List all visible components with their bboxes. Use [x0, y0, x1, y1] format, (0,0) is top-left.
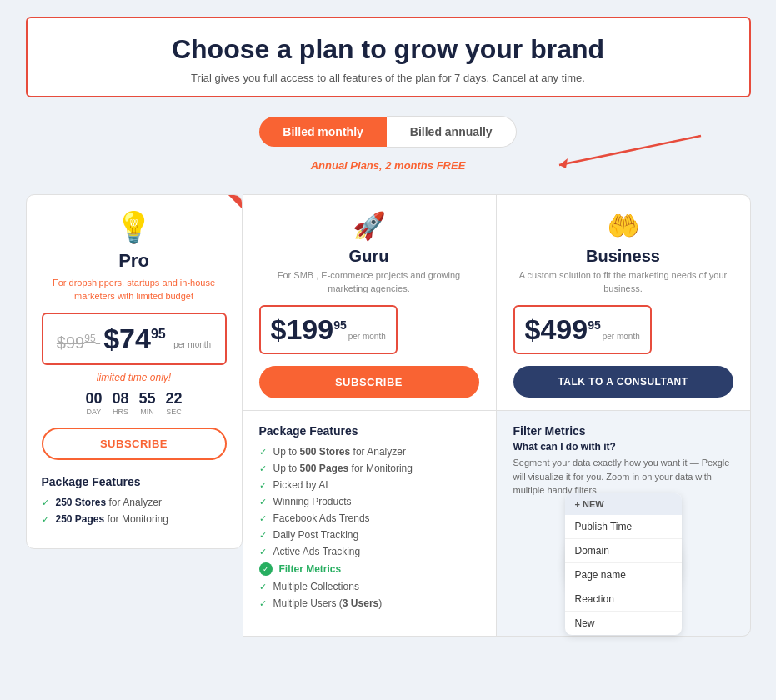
check-icon: ✓: [259, 513, 267, 524]
guru-feature-9: ✓ Multiple Users (3 Users): [259, 598, 479, 609]
save-badge: SAVE 25%: [183, 195, 242, 253]
check-icon: ✓: [259, 598, 267, 609]
business-plan-header: 🤲 Business A custom solution to fit the …: [497, 194, 751, 410]
business-per-month: per month: [603, 332, 640, 341]
countdown-hrs: 08 HRS: [112, 390, 128, 416]
pro-features-title: Package Features: [42, 475, 227, 488]
guru-price: $19995: [271, 313, 347, 346]
pro-plan-card: SAVE 25% 💡 Pro For dropshippers, startup…: [26, 194, 243, 549]
save-badge-text: SAVE 25%: [209, 195, 241, 197]
annual-promo-label: Annual Plans, 2 months FREE: [311, 159, 466, 172]
dropdown-mock: + NEW Publish Time Domain Page name Reac…: [565, 493, 682, 635]
guru-plan-name: Guru: [259, 247, 479, 266]
dropdown-item-5: New: [565, 612, 682, 635]
plans-container: SAVE 25% 💡 Pro For dropshippers, startup…: [26, 194, 751, 636]
check-icon: ✓: [259, 530, 267, 541]
check-icon: ✓: [259, 447, 267, 458]
guru-business-features-row: Package Features ✓ Up to 500 Stores for …: [243, 410, 751, 637]
filter-metrics-title: Filter Metrics: [513, 424, 733, 438]
page-title: Choose a plan to grow your brand: [53, 33, 724, 65]
billed-monthly-button[interactable]: Billed monthly: [259, 117, 386, 147]
dropdown-item-1: Publish Time: [565, 515, 682, 539]
guru-feature-1: ✓ Up to 500 Stores for Analyzer: [259, 446, 479, 458]
pro-subscribe-button[interactable]: SUBSCRIBE: [42, 428, 227, 460]
check-icon: ✓: [42, 498, 49, 508]
guru-feature-6: ✓ Daily Post Tracking: [259, 529, 479, 541]
countdown-day: 00 DAY: [85, 390, 102, 416]
filter-metrics-desc: Segment your data exactly how you want i…: [513, 456, 733, 498]
business-price: $49995: [525, 313, 601, 346]
dropdown-item-3: Page name: [565, 563, 682, 588]
business-plan-name: Business: [513, 247, 733, 266]
guru-features-title: Package Features: [259, 424, 479, 438]
check-icon: ✓: [259, 582, 267, 592]
svg-marker-1: [559, 158, 568, 168]
guru-feature-3: ✓ Picked by AI: [259, 479, 479, 491]
countdown-timer: 00 DAY 08 HRS 55 MIN 22 SEC: [42, 390, 227, 416]
guru-feature-5: ✓ Facebook Ads Trends: [259, 512, 479, 524]
guru-plan-desc: For SMB , E-commerce projects and growin…: [259, 269, 479, 295]
check-icon: ✓: [259, 463, 267, 474]
business-filter-metrics-section: Filter Metrics What can I do with it? Se…: [497, 410, 751, 637]
guru-business-header-row: 🚀 Guru For SMB , E-commerce projects and…: [243, 194, 751, 410]
pro-price-box: $9995 $7495 per month: [42, 312, 227, 365]
guru-price-box: $19995 per month: [259, 305, 398, 354]
countdown-min: 55 MIN: [139, 390, 156, 416]
guru-feature-filter-metrics: ✓ Filter Metrics: [259, 562, 479, 576]
business-icon: 🤲: [513, 210, 733, 242]
check-green-icon: ✓: [259, 562, 273, 576]
red-arrow-icon: [551, 132, 734, 173]
pro-current-price: $7495: [103, 322, 173, 354]
limited-time-label: limited time only!: [42, 372, 227, 383]
business-plan-desc: A custom solution to fit the marketing n…: [513, 269, 733, 295]
filter-metrics-visual: + NEW Publish Time Domain Page name Reac…: [513, 506, 733, 622]
guru-icon: 🚀: [259, 210, 479, 242]
billed-annually-button[interactable]: Billed annually: [387, 116, 517, 148]
dropdown-item-2: Domain: [565, 539, 682, 563]
filter-metrics-question: What can I do with it?: [513, 441, 733, 452]
guru-feature-7: ✓ Active Ads Tracking: [259, 546, 479, 558]
pro-per-month: per month: [173, 340, 211, 349]
circle-backdrop: + NEW Publish Time Domain Page name Reac…: [565, 506, 682, 622]
consultant-button[interactable]: TALK TO A CONSULTANT: [513, 366, 733, 398]
svg-line-0: [559, 136, 701, 165]
guru-feature-4: ✓ Winning Products: [259, 496, 479, 508]
guru-subscribe-button[interactable]: SUBSCRIBE: [259, 366, 479, 398]
guru-features-section: Package Features ✓ Up to 500 Stores for …: [243, 410, 497, 637]
guru-plan-header: 🚀 Guru For SMB , E-commerce projects and…: [243, 194, 497, 410]
annual-promo-area: Annual Plans, 2 months FREE: [17, 152, 759, 182]
right-plans-column: 🚀 Guru For SMB , E-commerce projects and…: [243, 194, 751, 636]
dropdown-item-4: Reaction: [565, 588, 682, 612]
check-icon: ✓: [259, 497, 267, 508]
header-box: Choose a plan to grow your brand Trial g…: [26, 17, 751, 98]
pro-plan-desc: For dropshippers, startups and in-house …: [42, 277, 227, 302]
check-icon: ✓: [259, 547, 267, 558]
guru-per-month: per month: [348, 332, 386, 341]
guru-feature-8: ✓ Multiple Collections: [259, 581, 479, 592]
business-price-box: $49995 per month: [513, 305, 652, 354]
pro-feature-1: ✓ 250 Stores for Analyzer: [42, 497, 227, 508]
page-subtitle: Trial gives you full access to all featu…: [53, 72, 724, 84]
countdown-sec: 22 SEC: [166, 390, 183, 416]
dropdown-header: + NEW: [565, 493, 682, 515]
check-icon: ✓: [42, 514, 49, 525]
pro-original-price: $9995: [57, 333, 100, 352]
pro-feature-2: ✓ 250 Pages for Monitoring: [42, 513, 227, 525]
check-icon: ✓: [259, 480, 267, 491]
guru-feature-2: ✓ Up to 500 Pages for Monitoring: [259, 462, 479, 474]
